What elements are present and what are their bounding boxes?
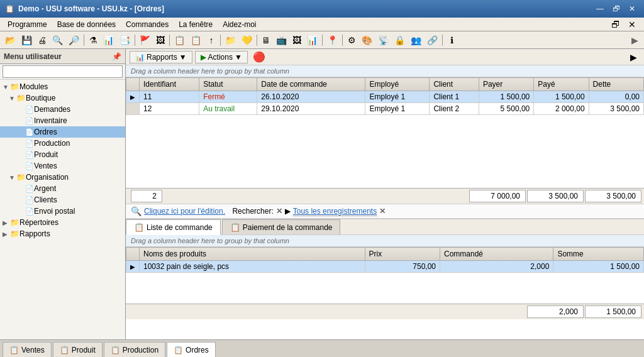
tree-clients[interactable]: 📄 Clients <box>0 194 125 206</box>
detail-col-commande[interactable]: Commandé <box>440 248 553 261</box>
tree-rapports[interactable]: ▶ 📁 Rapports <box>0 228 125 239</box>
tb-open[interactable]: 📂 <box>3 33 18 47</box>
all-records-link[interactable]: Tous les enregistrements <box>293 207 377 216</box>
detail-table-row[interactable]: ▶ 10032 pain de seigle, pcs 750,00 2,000… <box>126 261 644 273</box>
table-row[interactable]: ▶ 11 Fermé 26.10.2020 Employé 1 Client 1… <box>126 91 644 103</box>
rapports-button[interactable]: 📊 Rapports ▼ <box>130 51 192 63</box>
sidebar-pin[interactable]: 📌 <box>112 52 121 61</box>
tb-flag[interactable]: 🚩 <box>137 33 153 47</box>
detail-col-somme[interactable]: Somme <box>553 248 644 261</box>
cell-statut-2: Au travail <box>199 103 257 115</box>
tree-ventes[interactable]: 📄 Ventes <box>0 160 125 172</box>
tree-boutique[interactable]: ▼ 📁 Boutique <box>0 92 125 104</box>
detail-total-commande: 2,000 <box>527 305 584 318</box>
menu-right-controls: 🗗 ✕ <box>609 18 639 31</box>
click-edition-link[interactable]: Cliquez ici pour l'édition. <box>144 207 225 216</box>
refresh-button[interactable]: 🔴 <box>253 51 265 63</box>
menu-programme[interactable]: Programme <box>3 19 52 30</box>
sidebar-title: Menu utilisateur <box>4 52 62 61</box>
tree-production[interactable]: 📄 Production <box>0 138 125 149</box>
menu-aide[interactable]: Aidez-moi <box>218 19 261 30</box>
tb-print[interactable]: 🖨 <box>35 33 49 47</box>
menu-commandes[interactable]: Commandes <box>121 19 174 30</box>
tb-search[interactable]: 🔎 <box>66 33 82 47</box>
menu-fenetre[interactable]: La fenêtre <box>174 19 218 30</box>
tb-image[interactable]: 🖼 <box>153 33 167 47</box>
search-close1[interactable]: ✕ <box>276 207 282 216</box>
tb-btn12[interactable]: 📁 <box>223 33 238 47</box>
menu-restore-btn[interactable]: 🗗 <box>609 18 623 31</box>
tab-paiement-commande[interactable]: 📋 Paiement de la commande <box>222 219 341 234</box>
folder-icon-boutique: 📁 <box>16 94 26 102</box>
main-grid-wrapper[interactable]: Identifiant Statut Date de commande Empl… <box>126 77 644 188</box>
detail-section: 📋 Liste de commande 📋 Paiement de la com… <box>126 219 644 319</box>
total-dette: 3 500,00 <box>585 190 641 202</box>
minimize-button[interactable]: — <box>592 3 608 14</box>
tb-btn14[interactable]: 🖥 <box>259 33 273 47</box>
sidebar-search-input[interactable] <box>3 65 123 78</box>
tb-btn9[interactable]: 📋 <box>172 33 187 47</box>
col-statut[interactable]: Statut <box>199 78 257 91</box>
detail-col-prix[interactable]: Prix <box>365 248 440 261</box>
tb-btn17[interactable]: 📊 <box>304 33 320 47</box>
tb-btn16[interactable]: 🖼 <box>290 33 304 47</box>
col-paye[interactable]: Payé <box>534 78 589 91</box>
tb-sort[interactable]: 📑 <box>117 33 133 47</box>
detail-data-grid: Noms des produits Prix Commandé Somme ▶ … <box>126 247 644 273</box>
close-button[interactable]: ✕ <box>625 3 639 14</box>
tree-ordres-label: Ordres <box>34 128 57 136</box>
nav-tab-production[interactable]: 📋 Production <box>104 342 165 357</box>
col-dette[interactable]: Dette <box>589 78 643 91</box>
col-client[interactable]: Client <box>430 78 479 91</box>
tree-produit[interactable]: 📄 Produit <box>0 149 125 160</box>
col-identifiant[interactable]: Identifiant <box>140 78 199 91</box>
expand-organisation: ▼ <box>9 174 15 181</box>
nav-tab-ventes[interactable]: 📋 Ventes <box>3 342 52 357</box>
table-row[interactable]: 12 Au travail 29.10.2020 Employé 1 Clien… <box>126 103 644 115</box>
tb-btn15[interactable]: 📺 <box>274 33 289 47</box>
col-employe[interactable]: Employé <box>365 78 430 91</box>
tb-btn21[interactable]: 📡 <box>375 33 391 47</box>
rapports-icon: 📊 <box>135 53 145 62</box>
tb-scroll-right[interactable]: ▶ <box>628 33 641 47</box>
tb-btn23[interactable]: 👥 <box>408 33 424 47</box>
tb-btn24[interactable]: 🔗 <box>425 33 440 47</box>
action-toolbar: 📊 Rapports ▼ ▶ Actions ▼ 🔴 ▶ <box>126 49 644 65</box>
tb-btn19[interactable]: ⚙ <box>345 33 358 47</box>
tb-btn10[interactable]: 📋 <box>188 33 204 47</box>
col-payer[interactable]: Payer <box>479 78 533 91</box>
tb-save[interactable]: 💾 <box>19 33 35 47</box>
tb-btn20[interactable]: 🎨 <box>359 33 375 47</box>
tree-organisation[interactable]: ▼ 📁 Organisation <box>0 172 125 183</box>
tree-inventaire[interactable]: 📄 Inventaire <box>0 115 125 126</box>
menu-base-donnees[interactable]: Base de données <box>52 19 121 30</box>
tab-liste-commande[interactable]: 📋 Liste de commande <box>126 219 221 235</box>
col-date[interactable]: Date de commande <box>257 78 365 91</box>
tree-demandes[interactable]: 📄 Demandes <box>0 104 125 115</box>
detail-grid-wrapper[interactable]: Noms des produits Prix Commandé Somme ▶ … <box>126 247 644 304</box>
nav-tab-produit[interactable]: 📋 Produit <box>53 342 103 357</box>
tab-icon-liste: 📋 <box>134 222 144 232</box>
tb-btn13[interactable]: 💛 <box>239 33 255 47</box>
tree-argent[interactable]: 📄 Argent <box>0 183 125 194</box>
tb-info[interactable]: ℹ <box>445 33 458 47</box>
tb-filter2[interactable]: 📊 <box>101 33 116 47</box>
detail-col-nom[interactable]: Noms des produits <box>140 248 365 261</box>
tb-btn18[interactable]: 📍 <box>325 33 340 47</box>
restore-button[interactable]: 🗗 <box>609 3 624 14</box>
menu-close-btn[interactable]: ✕ <box>625 18 639 31</box>
tree-repertoires[interactable]: ▶ 📁 Répertoires <box>0 217 125 228</box>
tb-btn11[interactable]: ↑ <box>204 33 218 47</box>
actions-button[interactable]: ▶ Actions ▼ <box>195 51 248 63</box>
tree-envoi[interactable]: 📄 Envoi postal <box>0 206 125 217</box>
tree-argent-label: Argent <box>34 184 56 193</box>
tree-ordres[interactable]: 📄 Ordres <box>0 126 125 138</box>
search-close2[interactable]: ✕ <box>379 207 386 216</box>
drag-hint-main: Drag a column header here to group by th… <box>126 65 644 77</box>
nav-tab-ordres[interactable]: 📋 Ordres <box>167 342 216 357</box>
tree-modules[interactable]: ▼ 📁 Modules <box>0 81 125 92</box>
tb-btn22[interactable]: 🔒 <box>392 33 408 47</box>
tb-filter[interactable]: ⚗ <box>86 33 100 47</box>
content-scroll-right[interactable]: ▶ <box>626 50 640 64</box>
tb-preview[interactable]: 🔍 <box>50 33 65 47</box>
